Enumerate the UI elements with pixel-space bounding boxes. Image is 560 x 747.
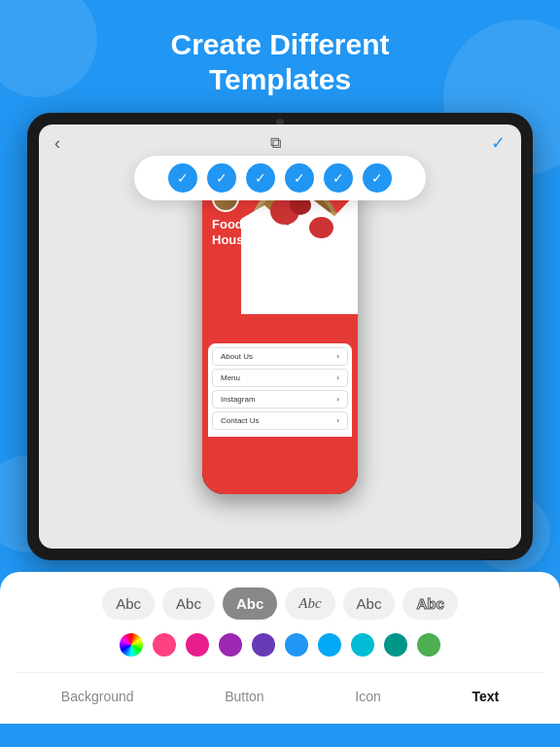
menu-item-aboutus[interactable]: About Us › — [212, 347, 348, 366]
icon-item-5[interactable]: ✓ — [324, 163, 353, 193]
icon-item-1[interactable]: ✓ — [168, 163, 197, 193]
tab-background[interactable]: Background — [50, 685, 146, 708]
menu-arrow-menu: › — [336, 374, 339, 382]
bottom-tabs: Background Button Icon Text — [16, 672, 544, 708]
font-option-2[interactable]: Abc — [162, 587, 215, 620]
check-button[interactable]: ✓ — [491, 132, 506, 154]
font-option-4[interactable]: Abc — [285, 587, 334, 620]
menu-label-menu: Menu — [221, 374, 240, 382]
color-light-blue[interactable] — [318, 633, 341, 657]
menu-arrow-aboutus: › — [336, 352, 339, 361]
bottom-panel: Abc Abc Abc Abc Abc Abc Background Butto… — [0, 572, 560, 724]
color-purple[interactable] — [219, 633, 242, 657]
menu-item-menu[interactable]: Menu › — [212, 369, 348, 387]
phone-menu-container: About Us › Menu › Instagram › — [208, 343, 352, 437]
menu-label-aboutus: About Us — [221, 352, 253, 361]
font-selector: Abc Abc Abc Abc Abc Abc — [16, 587, 544, 620]
pie-2-berry — [309, 217, 333, 238]
menu-label-instagram: Instagram — [221, 395, 256, 404]
color-hot-pink[interactable] — [153, 633, 176, 657]
color-picker — [16, 633, 544, 657]
back-button[interactable]: ‹ — [54, 133, 60, 154]
menu-arrow-instagram: › — [336, 395, 339, 404]
color-cyan[interactable] — [351, 633, 374, 657]
icon-item-6[interactable]: ✓ — [363, 163, 392, 193]
color-teal[interactable] — [384, 633, 407, 657]
font-option-5[interactable]: Abc — [343, 587, 396, 620]
phone-mockup: FoodHouse — [202, 173, 358, 494]
icon-item-3[interactable]: ✓ — [246, 163, 275, 193]
tab-icon[interactable]: Icon — [343, 685, 392, 708]
color-green[interactable] — [417, 633, 440, 657]
tablet-device: ‹ ⧉ ✓ ✓ ✓ ✓ ✓ ✓ ✓ — [27, 113, 533, 560]
icon-item-2[interactable]: ✓ — [207, 163, 236, 193]
font-option-3[interactable]: Abc — [223, 587, 277, 620]
copy-icon[interactable]: ⧉ — [270, 134, 281, 152]
icon-item-4[interactable]: ✓ — [285, 163, 314, 193]
font-option-6[interactable]: Abc — [402, 587, 457, 620]
menu-arrow-contactus: › — [336, 416, 339, 425]
color-rainbow[interactable] — [120, 633, 143, 657]
menu-item-instagram[interactable]: Instagram › — [212, 390, 348, 409]
menu-label-contactus: Contact Us — [221, 416, 260, 425]
tab-button[interactable]: Button — [213, 685, 275, 708]
color-deep-purple[interactable] — [252, 633, 275, 657]
tab-text[interactable]: Text — [460, 685, 510, 708]
color-pink[interactable] — [186, 633, 209, 657]
phone-screen: FoodHouse — [202, 173, 358, 494]
font-option-1[interactable]: Abc — [102, 587, 155, 620]
menu-item-contactus[interactable]: Contact Us › — [212, 411, 348, 430]
tablet-screen: ‹ ⧉ ✓ ✓ ✓ ✓ ✓ ✓ ✓ — [39, 124, 521, 549]
color-blue[interactable] — [285, 633, 308, 657]
icon-selector-pill: ✓ ✓ ✓ ✓ ✓ ✓ — [134, 156, 426, 200]
tablet-wrapper: ‹ ⧉ ✓ ✓ ✓ ✓ ✓ ✓ ✓ — [0, 113, 560, 560]
